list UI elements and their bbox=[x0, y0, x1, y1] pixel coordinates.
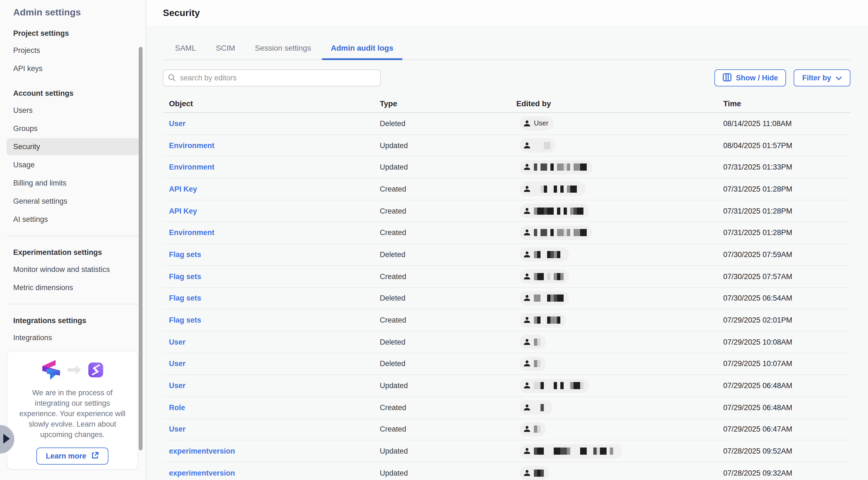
object-link[interactable]: User bbox=[169, 382, 185, 390]
time-cell: 07/29/2025 10:07AM bbox=[723, 360, 850, 368]
filter-by-button[interactable]: Filter by bbox=[794, 69, 850, 86]
edited-by-cell: User bbox=[516, 116, 723, 131]
edited-by-cell bbox=[516, 204, 723, 218]
person-icon bbox=[523, 382, 531, 390]
object-link[interactable]: API Key bbox=[169, 185, 197, 193]
sidebar-item-groups[interactable]: Groups bbox=[7, 120, 139, 137]
tab-session-settings[interactable]: Session settings bbox=[246, 39, 320, 59]
editor-chip bbox=[520, 357, 546, 371]
time-cell: 08/14/2025 11:08AM bbox=[723, 119, 850, 128]
expand-triangle-icon bbox=[3, 434, 10, 444]
person-icon bbox=[523, 447, 531, 455]
sidebar-title: Admin settings bbox=[0, 0, 146, 18]
sidebar-item-integrations[interactable]: Integrations bbox=[7, 329, 139, 346]
redacted-editor-name bbox=[534, 207, 583, 214]
sidebar-section-heading: Experimentation settings bbox=[0, 237, 146, 260]
editor-chip bbox=[520, 204, 589, 218]
search-input[interactable] bbox=[163, 69, 381, 86]
editor-chip bbox=[520, 379, 589, 393]
tab-admin-audit-logs[interactable]: Admin audit logs bbox=[322, 39, 402, 59]
sidebar-scrollbar-thumb[interactable] bbox=[139, 47, 143, 450]
editor-chip bbox=[520, 291, 569, 305]
table-row: API KeyCreated07/31/2025 01:28PM bbox=[163, 200, 850, 222]
edited-by-cell bbox=[516, 269, 723, 283]
object-link[interactable]: User bbox=[169, 338, 185, 346]
object-link[interactable]: User bbox=[169, 425, 185, 433]
person-icon bbox=[523, 338, 531, 346]
edited-by-cell bbox=[516, 313, 723, 327]
table-row: Flag setsCreated07/30/2025 07:57AM bbox=[163, 266, 850, 288]
tab-saml[interactable]: SAML bbox=[166, 39, 205, 59]
person-icon bbox=[523, 403, 531, 412]
audit-log-table: Object Type Edited by Time UserDeletedUs… bbox=[163, 94, 850, 480]
editor-chip bbox=[520, 466, 549, 480]
show-hide-label: Show / Hide bbox=[736, 74, 778, 82]
editor-chip bbox=[520, 138, 556, 152]
editor-name: User bbox=[534, 120, 549, 127]
object-link[interactable]: API Key bbox=[169, 207, 197, 215]
learn-more-button[interactable]: Learn more bbox=[36, 448, 108, 464]
object-link[interactable]: Environment bbox=[169, 229, 214, 237]
search-wrap bbox=[163, 69, 381, 86]
type-cell: Updated bbox=[380, 163, 516, 171]
external-link-icon bbox=[91, 451, 99, 461]
object-link[interactable]: Flag sets bbox=[169, 272, 201, 280]
sidebar-item-general-settings[interactable]: General settings bbox=[7, 193, 139, 210]
table-body: UserDeletedUser08/14/2025 11:08AMEnviron… bbox=[163, 113, 850, 480]
object-link[interactable]: User bbox=[169, 119, 185, 128]
object-link[interactable]: Environment bbox=[169, 141, 214, 149]
time-cell: 08/04/2025 01:57PM bbox=[723, 141, 850, 149]
sidebar-item-api-keys[interactable]: API keys bbox=[7, 60, 139, 77]
person-icon bbox=[523, 360, 531, 368]
time-cell: 07/31/2025 01:28PM bbox=[723, 207, 850, 215]
sidebar-item-projects[interactable]: Projects bbox=[7, 42, 139, 59]
type-cell: Updated bbox=[380, 447, 516, 455]
promo-text: We are in the process of integrating our… bbox=[15, 388, 130, 440]
table-row: UserDeleted07/29/2025 10:07AM bbox=[163, 353, 850, 375]
table-row: EnvironmentCreated07/31/2025 01:28PM bbox=[163, 222, 850, 244]
toolbar: Show / Hide Filter by bbox=[163, 69, 850, 86]
edited-by-cell bbox=[516, 226, 723, 240]
redacted-editor-name bbox=[534, 251, 564, 258]
person-icon bbox=[523, 163, 531, 171]
object-link[interactable]: User bbox=[169, 360, 185, 368]
promo-card: We are in the process of integrating our… bbox=[7, 351, 138, 470]
editor-chip bbox=[520, 335, 546, 349]
object-link[interactable]: experimentversion bbox=[169, 469, 235, 477]
tab-scim[interactable]: SCIM bbox=[207, 39, 244, 59]
sidebar-item-metric-dimensions[interactable]: Metric dimensions bbox=[7, 279, 139, 296]
person-icon bbox=[523, 316, 531, 324]
time-cell: 07/28/2025 09:32AM bbox=[723, 469, 850, 477]
arrow-right-icon bbox=[68, 364, 82, 378]
sidebar-item-security[interactable]: Security bbox=[7, 138, 139, 155]
type-cell: Updated bbox=[380, 141, 516, 149]
app-viewport: Admin settings Project settingsProjectsA… bbox=[0, 0, 868, 480]
table-row: EnvironmentUpdated08/04/2025 01:57PM bbox=[163, 134, 850, 156]
object-link[interactable]: Role bbox=[169, 403, 185, 412]
edited-by-cell bbox=[516, 357, 723, 371]
object-link[interactable]: experimentversion bbox=[169, 447, 235, 455]
sidebar-item-ai-settings[interactable]: AI settings bbox=[7, 211, 139, 228]
object-link[interactable]: Flag sets bbox=[169, 250, 201, 259]
sidebar-item-billing-and-limits[interactable]: Billing and limits bbox=[7, 175, 139, 191]
object-link[interactable]: Flag sets bbox=[169, 294, 201, 302]
redacted-editor-name bbox=[534, 273, 564, 280]
redacted-editor-name bbox=[534, 185, 580, 193]
sidebar-item-usage[interactable]: Usage bbox=[7, 156, 139, 173]
sidebar-item-users[interactable]: Users bbox=[7, 102, 139, 119]
editor-chip bbox=[520, 313, 566, 327]
type-cell: Updated bbox=[380, 382, 516, 390]
show-hide-columns-button[interactable]: Show / Hide bbox=[714, 69, 786, 86]
table-row: experimentversionUpdated07/28/2025 09:52… bbox=[163, 441, 850, 462]
person-icon bbox=[523, 294, 531, 302]
type-cell: Created bbox=[380, 403, 516, 412]
object-link[interactable]: Environment bbox=[169, 163, 214, 171]
sidebar-item-monitor-window-and-statistics[interactable]: Monitor window and statistics bbox=[7, 261, 139, 278]
time-cell: 07/28/2025 09:52AM bbox=[723, 447, 850, 455]
page-title: Security bbox=[147, 7, 200, 19]
filter-by-label: Filter by bbox=[802, 74, 831, 82]
edited-by-cell bbox=[516, 291, 723, 305]
object-link[interactable]: Flag sets bbox=[169, 316, 201, 324]
sidebar-divider bbox=[7, 236, 139, 236]
promo-logos bbox=[7, 361, 137, 382]
